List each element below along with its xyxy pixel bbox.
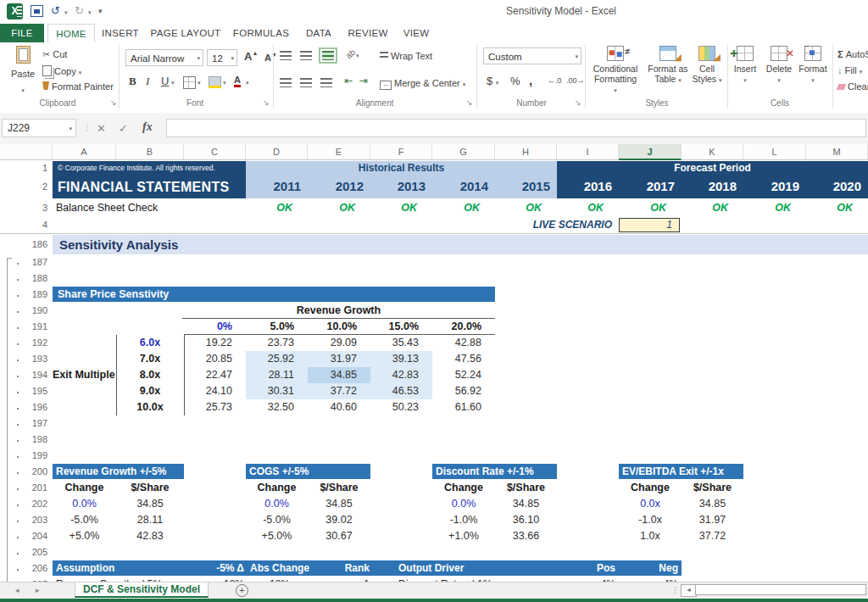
column-header-f[interactable]: F	[370, 144, 432, 160]
mini-cell[interactable]: 1.0x	[619, 528, 682, 544]
column-header-m[interactable]: M	[806, 144, 868, 160]
row-header[interactable]: 4	[25, 217, 47, 233]
mini-cell[interactable]: +1.0%	[432, 528, 495, 544]
autosum-button[interactable]: Σ AutoSum	[837, 49, 868, 59]
matrix-cell[interactable]: 50.23	[370, 399, 432, 415]
matrix-cell[interactable]: 56.92	[432, 383, 495, 399]
tab-review[interactable]: REVIEW	[344, 24, 392, 42]
row-header[interactable]: 189	[25, 287, 47, 303]
row-header-cell[interactable]: 10.0x	[116, 399, 184, 415]
matrix-cell[interactable]: 31.97	[308, 351, 370, 367]
mini-cell[interactable]: 34.85	[308, 496, 370, 512]
row-header[interactable]: 188	[25, 270, 47, 287]
year-cell[interactable]: 2012	[308, 175, 370, 198]
matrix-cell[interactable]: 47.56	[432, 351, 495, 367]
formula-input[interactable]	[166, 119, 866, 137]
column-header-i[interactable]: I	[557, 144, 619, 160]
row-header[interactable]: 193	[25, 351, 47, 367]
matrix-cell[interactable]: 42.83	[370, 367, 432, 383]
year-cell[interactable]: 2011	[246, 175, 308, 198]
sheet-tab-active[interactable]: DCF & Sensitivity Model	[75, 582, 209, 598]
matrix-cell[interactable]: 32.50	[246, 399, 308, 415]
mini-cell[interactable]: 30.67	[308, 528, 370, 544]
tab-file[interactable]: FILE	[0, 24, 44, 42]
currency-format-icon[interactable]: $ ▾	[487, 75, 498, 87]
row-header[interactable]: 201	[25, 480, 47, 496]
row-header[interactable]: 187	[25, 254, 47, 270]
mini-cell[interactable]: +5.0%	[246, 528, 308, 544]
mini-cell[interactable]: -5.0%	[53, 512, 116, 528]
italic-button[interactable]: I	[146, 75, 149, 88]
row-header-cell[interactable]: 6.0x	[116, 335, 184, 351]
save-icon[interactable]	[31, 5, 43, 17]
decrease-decimal-icon[interactable]: .00→	[566, 76, 585, 85]
alignment-dialog-launcher-icon[interactable]: ↘	[466, 98, 473, 107]
undo-icon[interactable]: ↺	[51, 4, 60, 17]
mini-cell[interactable]: 34.85	[495, 496, 557, 512]
matrix-cell-base-case[interactable]: 34.85	[308, 367, 370, 383]
row-header[interactable]: 1	[25, 161, 47, 175]
row-header[interactable]: 2	[25, 175, 47, 198]
row-header[interactable]: 186	[25, 235, 47, 254]
row-header[interactable]: 194	[25, 367, 47, 383]
column-header-d[interactable]: D	[246, 144, 308, 160]
year-cell[interactable]: 2015	[495, 175, 557, 198]
mini-cell[interactable]: 31.97	[682, 512, 743, 528]
matrix-cell[interactable]: 52.24	[432, 367, 495, 383]
matrix-cell[interactable]: 28.11	[246, 367, 308, 383]
column-header-j-selected[interactable]: J	[619, 144, 682, 160]
delete-cells-button[interactable]: ✕ Delete▾	[763, 46, 795, 86]
insert-function-icon[interactable]: fx	[142, 120, 153, 134]
mini-cell[interactable]: +5.0%	[53, 528, 116, 544]
row-header[interactable]: 203	[25, 512, 47, 528]
name-box-caret-icon[interactable]: ▾	[69, 125, 72, 132]
tab-home[interactable]: HOME	[47, 24, 95, 43]
row-header[interactable]: 205	[25, 544, 47, 560]
ok-cell[interactable]: OK	[432, 198, 495, 217]
year-cell[interactable]: 2018	[682, 175, 743, 198]
font-dialog-launcher-icon[interactable]: ↘	[263, 98, 270, 107]
col-header-cell[interactable]: 5.0%	[246, 319, 308, 335]
underline-caret-icon[interactable]: ▾	[171, 80, 175, 86]
matrix-cell[interactable]: 19.22	[184, 335, 246, 351]
matrix-cell[interactable]: 61.60	[432, 399, 495, 415]
matrix-cell[interactable]: 46.53	[370, 383, 432, 399]
column-header-b[interactable]: B	[116, 144, 184, 160]
row-header-cell[interactable]: 8.0x	[116, 367, 184, 383]
matrix-cell[interactable]: 35.43	[370, 335, 432, 351]
number-dialog-launcher-icon[interactable]: ↘	[575, 98, 581, 107]
mini-cell[interactable]: -5.0%	[246, 512, 308, 528]
worksheet[interactable]: 1 2 A B C D E F G H I J K L M 1 2 3 4 18…	[0, 144, 868, 582]
font-name-select[interactable]: Arial Narrow▾	[125, 49, 203, 66]
mini-cell[interactable]: 34.85	[116, 496, 184, 512]
ok-cell[interactable]: OK	[682, 198, 743, 217]
format-as-table-button[interactable]: ◢ Format asTable ▾	[644, 46, 692, 86]
next-sheet-icon[interactable]: ▸	[36, 586, 40, 594]
shrink-font-icon[interactable]: A▼	[264, 52, 277, 63]
horizontal-scrollbar[interactable]	[695, 584, 866, 595]
column-header-g[interactable]: G	[432, 144, 495, 160]
row-header[interactable]: 195	[25, 383, 47, 399]
font-color-caret-icon[interactable]: ▾	[246, 80, 249, 86]
column-header-c[interactable]: C	[184, 144, 246, 160]
cut-button[interactable]: ✂ Cut	[42, 49, 67, 60]
redo-caret-icon[interactable]: ▾	[88, 9, 92, 16]
grow-font-icon[interactable]: A▲	[244, 50, 258, 63]
fill-color-icon[interactable]	[209, 76, 221, 88]
ok-cell[interactable]: OK	[308, 198, 370, 217]
borders-caret-icon[interactable]: ▾	[198, 80, 201, 86]
decrease-indent-icon[interactable]: ⇤	[344, 75, 353, 86]
row-header[interactable]: 202	[25, 496, 47, 512]
row-header[interactable]: 190	[25, 303, 47, 319]
underline-button[interactable]: U	[161, 75, 169, 87]
mini-cell[interactable]: -1.0%	[432, 512, 495, 528]
mini-cell[interactable]: 0.0x	[619, 496, 682, 512]
year-cell[interactable]: 2019	[743, 175, 806, 198]
merge-center-button[interactable]: ↔ Merge & Center ▾	[380, 78, 465, 90]
mini-cell[interactable]: 39.02	[308, 512, 370, 528]
ok-cell[interactable]: OK	[619, 198, 682, 217]
namebox-splitter[interactable]: ⋮	[83, 123, 92, 132]
col-header-cell[interactable]: 10.0%	[308, 319, 370, 335]
copy-button[interactable]: Copy ▾	[42, 65, 81, 76]
row-header-cell[interactable]: 7.0x	[116, 351, 184, 367]
